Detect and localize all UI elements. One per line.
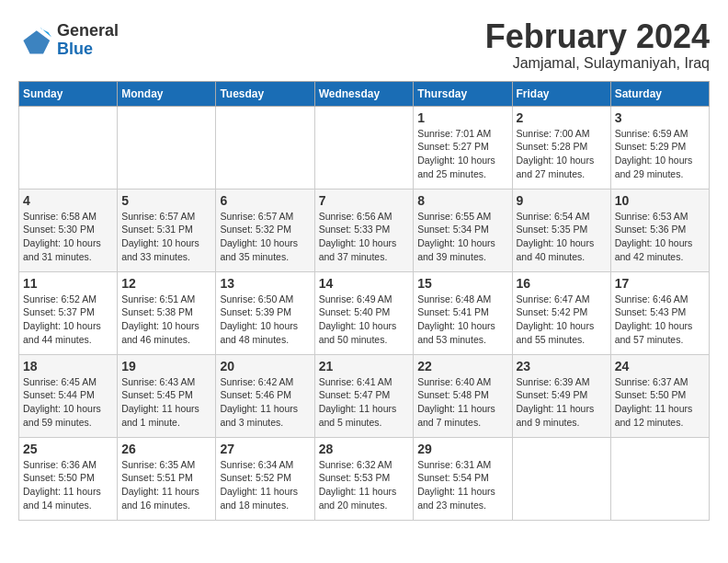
day-info: Sunrise: 6:43 AM Sunset: 5:45 PM Dayligh… <box>121 375 211 430</box>
calendar-week-2: 4Sunrise: 6:58 AM Sunset: 5:30 PM Daylig… <box>19 189 710 271</box>
calendar-cell: 7Sunrise: 6:56 AM Sunset: 5:33 PM Daylig… <box>314 189 414 271</box>
calendar-cell: 14Sunrise: 6:49 AM Sunset: 5:40 PM Dayli… <box>314 271 414 354</box>
day-number: 8 <box>417 193 507 208</box>
calendar-cell: 5Sunrise: 6:57 AM Sunset: 5:31 PM Daylig… <box>118 189 216 271</box>
day-info: Sunrise: 6:50 AM Sunset: 5:39 PM Dayligh… <box>220 293 310 347</box>
calendar-cell: 16Sunrise: 6:47 AM Sunset: 5:42 PM Dayli… <box>512 271 610 354</box>
weekday-header-sunday: Sunday <box>19 81 118 106</box>
calendar-cell <box>216 106 314 189</box>
day-number: 21 <box>319 359 410 373</box>
calendar-cell <box>118 106 216 189</box>
day-info: Sunrise: 6:54 AM Sunset: 5:35 PM Dayligh… <box>517 210 607 264</box>
calendar-cell: 19Sunrise: 6:43 AM Sunset: 5:45 PM Dayli… <box>118 354 216 437</box>
calendar-cell: 26Sunrise: 6:35 AM Sunset: 5:51 PM Dayli… <box>118 437 216 520</box>
day-info: Sunrise: 7:01 AM Sunset: 5:27 PM Dayligh… <box>417 127 507 181</box>
calendar-cell <box>314 106 414 189</box>
calendar-body: 1Sunrise: 7:01 AM Sunset: 5:27 PM Daylig… <box>19 106 710 520</box>
day-info: Sunrise: 6:49 AM Sunset: 5:40 PM Dayligh… <box>319 293 410 347</box>
day-number: 22 <box>417 359 507 373</box>
day-info: Sunrise: 6:57 AM Sunset: 5:31 PM Dayligh… <box>121 210 211 264</box>
calendar-week-5: 25Sunrise: 6:36 AM Sunset: 5:50 PM Dayli… <box>19 437 710 520</box>
day-info: Sunrise: 6:55 AM Sunset: 5:34 PM Dayligh… <box>417 210 507 264</box>
day-info: Sunrise: 6:57 AM Sunset: 5:32 PM Dayligh… <box>220 210 310 264</box>
day-info: Sunrise: 6:53 AM Sunset: 5:36 PM Dayligh… <box>615 210 705 264</box>
day-number: 13 <box>220 276 310 291</box>
day-number: 27 <box>220 442 310 456</box>
day-info: Sunrise: 7:00 AM Sunset: 5:28 PM Dayligh… <box>517 127 607 181</box>
day-number: 16 <box>517 276 607 291</box>
day-info: Sunrise: 6:56 AM Sunset: 5:33 PM Dayligh… <box>319 210 410 264</box>
day-info: Sunrise: 6:32 AM Sunset: 5:53 PM Dayligh… <box>319 458 410 512</box>
day-info: Sunrise: 6:59 AM Sunset: 5:29 PM Dayligh… <box>615 127 705 181</box>
calendar-cell <box>512 437 610 520</box>
calendar-cell: 6Sunrise: 6:57 AM Sunset: 5:32 PM Daylig… <box>216 189 314 271</box>
day-number: 25 <box>23 442 113 456</box>
day-number: 17 <box>615 276 705 291</box>
day-number: 2 <box>517 110 607 125</box>
page-header: General Blue February 2024 Jamjamal, Sul… <box>18 18 710 72</box>
day-number: 20 <box>220 359 310 373</box>
day-number: 6 <box>220 193 310 208</box>
calendar-week-1: 1Sunrise: 7:01 AM Sunset: 5:27 PM Daylig… <box>19 106 710 189</box>
calendar-cell: 9Sunrise: 6:54 AM Sunset: 5:35 PM Daylig… <box>512 189 610 271</box>
day-number: 26 <box>121 442 211 456</box>
day-number: 11 <box>23 276 113 291</box>
calendar-cell: 15Sunrise: 6:48 AM Sunset: 5:41 PM Dayli… <box>414 271 512 354</box>
day-number: 14 <box>319 276 410 291</box>
day-number: 4 <box>23 193 113 208</box>
title-area: February 2024 Jamjamal, Sulaymaniyah, Ir… <box>485 18 710 72</box>
day-info: Sunrise: 6:52 AM Sunset: 5:37 PM Dayligh… <box>23 293 113 347</box>
day-number: 5 <box>121 193 211 208</box>
day-info: Sunrise: 6:45 AM Sunset: 5:44 PM Dayligh… <box>23 375 113 430</box>
day-info: Sunrise: 6:31 AM Sunset: 5:54 PM Dayligh… <box>417 458 507 512</box>
calendar-cell: 3Sunrise: 6:59 AM Sunset: 5:29 PM Daylig… <box>610 106 709 189</box>
weekday-header-saturday: Saturday <box>610 81 709 106</box>
day-info: Sunrise: 6:58 AM Sunset: 5:30 PM Dayligh… <box>23 210 113 264</box>
calendar-cell: 29Sunrise: 6:31 AM Sunset: 5:54 PM Dayli… <box>414 437 512 520</box>
calendar-cell: 1Sunrise: 7:01 AM Sunset: 5:27 PM Daylig… <box>414 106 512 189</box>
calendar-cell: 25Sunrise: 6:36 AM Sunset: 5:50 PM Dayli… <box>19 437 118 520</box>
day-info: Sunrise: 6:40 AM Sunset: 5:48 PM Dayligh… <box>417 375 507 430</box>
logo: General Blue <box>18 22 119 59</box>
logo-icon <box>18 24 51 57</box>
calendar-cell <box>610 437 709 520</box>
day-info: Sunrise: 6:51 AM Sunset: 5:38 PM Dayligh… <box>121 293 211 347</box>
day-number: 19 <box>121 359 211 373</box>
calendar-cell: 13Sunrise: 6:50 AM Sunset: 5:39 PM Dayli… <box>216 271 314 354</box>
day-number: 9 <box>517 193 607 208</box>
day-number: 10 <box>615 193 705 208</box>
day-info: Sunrise: 6:34 AM Sunset: 5:52 PM Dayligh… <box>220 458 310 512</box>
day-number: 12 <box>121 276 211 291</box>
calendar-cell: 4Sunrise: 6:58 AM Sunset: 5:30 PM Daylig… <box>19 189 118 271</box>
calendar-table: SundayMondayTuesdayWednesdayThursdayFrid… <box>18 81 710 521</box>
calendar-cell: 12Sunrise: 6:51 AM Sunset: 5:38 PM Dayli… <box>118 271 216 354</box>
day-info: Sunrise: 6:35 AM Sunset: 5:51 PM Dayligh… <box>121 458 211 512</box>
day-info: Sunrise: 6:47 AM Sunset: 5:42 PM Dayligh… <box>517 293 607 347</box>
logo-text: General Blue <box>57 22 119 59</box>
day-number: 7 <box>319 193 410 208</box>
weekday-header-thursday: Thursday <box>414 81 512 106</box>
calendar-cell: 22Sunrise: 6:40 AM Sunset: 5:48 PM Dayli… <box>414 354 512 437</box>
month-title: February 2024 <box>485 18 710 55</box>
day-info: Sunrise: 6:37 AM Sunset: 5:50 PM Dayligh… <box>615 375 705 430</box>
calendar-cell: 27Sunrise: 6:34 AM Sunset: 5:52 PM Dayli… <box>216 437 314 520</box>
day-number: 3 <box>615 110 705 125</box>
day-info: Sunrise: 6:46 AM Sunset: 5:43 PM Dayligh… <box>615 293 705 347</box>
day-number: 23 <box>517 359 607 373</box>
day-number: 28 <box>319 442 410 456</box>
calendar-cell: 28Sunrise: 6:32 AM Sunset: 5:53 PM Dayli… <box>314 437 414 520</box>
day-number: 24 <box>615 359 705 373</box>
day-info: Sunrise: 6:41 AM Sunset: 5:47 PM Dayligh… <box>319 375 410 430</box>
weekday-header-row: SundayMondayTuesdayWednesdayThursdayFrid… <box>19 81 710 106</box>
calendar-week-4: 18Sunrise: 6:45 AM Sunset: 5:44 PM Dayli… <box>19 354 710 437</box>
day-info: Sunrise: 6:39 AM Sunset: 5:49 PM Dayligh… <box>517 375 607 430</box>
weekday-header-wednesday: Wednesday <box>314 81 414 106</box>
day-number: 1 <box>417 110 507 125</box>
weekday-header-tuesday: Tuesday <box>216 81 314 106</box>
day-number: 29 <box>417 442 507 456</box>
calendar-cell: 2Sunrise: 7:00 AM Sunset: 5:28 PM Daylig… <box>512 106 610 189</box>
day-number: 15 <box>417 276 507 291</box>
day-info: Sunrise: 6:48 AM Sunset: 5:41 PM Dayligh… <box>417 293 507 347</box>
calendar-cell: 20Sunrise: 6:42 AM Sunset: 5:46 PM Dayli… <box>216 354 314 437</box>
weekday-header-monday: Monday <box>118 81 216 106</box>
